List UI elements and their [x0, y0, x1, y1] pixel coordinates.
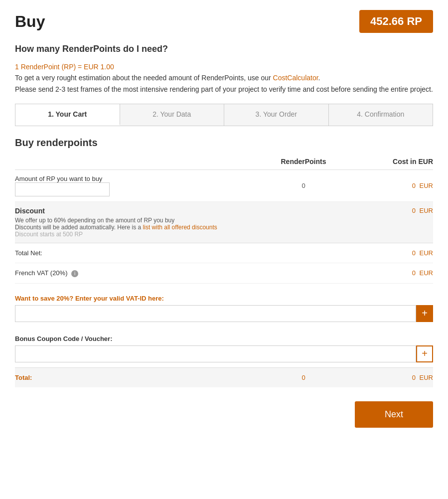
amount-row: Amount of RP you want to buy 0 0 EUR — [15, 170, 433, 202]
discount-sub3: Discount starts at 500 RP — [15, 231, 254, 238]
vat-save-label: Want to save 20%? Enter your valid VAT-I… — [15, 295, 433, 302]
discount-list-link[interactable]: list with all offered discounts — [143, 224, 217, 231]
discount-title: Discount — [15, 207, 254, 215]
total-row: Total: 0 0 EUR — [15, 367, 433, 387]
col-header-cost: Cost in EUR — [353, 158, 433, 166]
buy-section-title: Buy renderpoints — [15, 137, 433, 149]
page-header: Buy 452.66 RP — [15, 10, 433, 33]
amount-rp-value: 0 — [254, 182, 353, 189]
discount-sub1: We offer up to 60% depending on the amou… — [15, 217, 254, 224]
table-header: RenderPoints Cost in EUR — [15, 158, 433, 170]
total-rp-value: 0 — [254, 374, 353, 381]
vat-label: French VAT (20%) — [15, 269, 67, 277]
page-title: Buy — [15, 12, 45, 31]
voucher-section: Bonus Coupon Code / Voucher: + — [15, 333, 433, 367]
discount-cost-value: 0 EUR — [353, 207, 433, 214]
vat-id-input[interactable] — [15, 305, 416, 322]
total-label: Total: — [15, 374, 254, 381]
info-block: How many RenderPoints do I need? 1 Rende… — [15, 42, 433, 95]
voucher-input-row: + — [15, 345, 433, 362]
info-line1: 1 RenderPoint (RP) = EUR 1.00 — [15, 61, 433, 72]
discount-block: Discount We offer up to 60% depending on… — [15, 202, 433, 243]
cost-calculator-link[interactable]: CostCalculator — [273, 74, 318, 82]
amount-label: Amount of RP you want to buy — [15, 175, 254, 182]
col-header-rp: RenderPoints — [254, 158, 353, 166]
voucher-plus-button[interactable]: + — [416, 345, 433, 362]
vat-input-row: + — [15, 305, 433, 322]
steps-bar: 1. Your Cart 2. Your Data 3. Your Order … — [15, 104, 433, 126]
vat-plus-button[interactable]: + — [416, 305, 433, 322]
vat-cost: 0 EUR — [353, 269, 433, 277]
total-net-label: Total Net: — [15, 249, 254, 257]
info-line2: To get a very rought estimation about th… — [15, 72, 433, 83]
buy-section: Buy renderpoints RenderPoints Cost in EU… — [15, 137, 433, 387]
discount-sub2: Discounts will be added automatically. H… — [15, 224, 254, 231]
step-your-order[interactable]: 3. Your Order — [224, 104, 329, 126]
rp-balance-badge: 452.66 RP — [359, 10, 433, 33]
next-button[interactable]: Next — [355, 401, 433, 428]
voucher-input[interactable] — [15, 345, 416, 362]
info-line3: Please send 2-3 test frames of the most … — [15, 84, 433, 95]
amount-input[interactable] — [15, 182, 110, 196]
info-section-title: How many RenderPoints do I need? — [15, 42, 433, 56]
vat-save-section: Want to save 20%? Enter your valid VAT-I… — [15, 284, 433, 333]
total-net-row: Total Net: 0 EUR — [15, 243, 433, 263]
vat-row: French VAT (20%) i 0 EUR — [15, 263, 433, 284]
step-confirmation[interactable]: 4. Confirmation — [329, 104, 433, 126]
total-cost-value: 0 EUR — [353, 374, 433, 381]
amount-cost-value: 0 EUR — [353, 182, 433, 189]
total-net-cost: 0 EUR — [353, 249, 433, 257]
step-your-cart[interactable]: 1. Your Cart — [15, 104, 120, 126]
step-your-data[interactable]: 2. Your Data — [120, 104, 225, 126]
vat-info-icon[interactable]: i — [71, 270, 78, 277]
page-footer: Next — [15, 401, 433, 428]
voucher-label: Bonus Coupon Code / Voucher: — [15, 335, 433, 342]
